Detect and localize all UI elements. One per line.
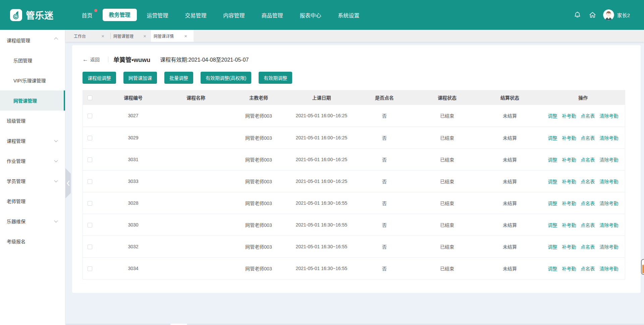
adjust-link[interactable]: 调整 [548, 266, 557, 271]
nav-item-goods[interactable]: 商品管理 [253, 11, 291, 19]
sidebar-item-instrument[interactable]: 乐器维保 [0, 211, 65, 231]
validity-adjust-high-button[interactable]: 有效期调整(高权限) [201, 72, 251, 84]
roll-call-sheet-link[interactable]: 点名表 [581, 244, 595, 250]
row-checkbox[interactable] [88, 245, 92, 249]
sidebar-item-course-group[interactable]: 课程组管理 [0, 30, 65, 50]
roll-call-sheet-link[interactable]: 点名表 [581, 113, 595, 119]
tab-online-course-management[interactable]: 网管课管理 × [111, 30, 151, 42]
roll-call-sheet-link[interactable]: 点名表 [581, 222, 595, 228]
sidebar-item-orchestra[interactable]: 乐团管理 [0, 50, 65, 70]
clear-attendance-link[interactable]: 清除考勤 [599, 135, 618, 141]
clear-attendance-link[interactable]: 清除考勤 [599, 179, 618, 184]
sidebar-item-online-course[interactable]: 网管课管理 [0, 90, 65, 111]
nav-item-report[interactable]: 报表中心 [291, 11, 330, 19]
home-icon[interactable] [589, 11, 596, 19]
close-icon[interactable]: × [184, 34, 187, 39]
table-row: 3033 网管老师003 2021-05-01 16:00~16:25 否 已结… [83, 170, 625, 192]
row-checkbox[interactable] [88, 223, 92, 227]
tab-bar: 工作台 × 网管课管理 × 网管课详情 × [65, 30, 644, 42]
adjust-link[interactable]: 调整 [548, 201, 557, 206]
sidebar-item-vip-course[interactable]: VIP/乐理课管理 [0, 70, 65, 90]
clear-attendance-link[interactable]: 清除考勤 [599, 113, 618, 119]
row-checkbox[interactable] [88, 114, 92, 118]
close-icon[interactable]: × [101, 34, 104, 39]
avatar[interactable] [603, 9, 614, 20]
cell-actions: 调整补考勤点名表清除考勤 [541, 148, 625, 170]
brand-logo-icon[interactable] [10, 9, 22, 21]
roll-call-sheet-link[interactable]: 点名表 [581, 266, 595, 271]
scroll-indicator[interactable] [641, 259, 644, 275]
row-checkbox[interactable] [88, 136, 92, 140]
adjust-link[interactable]: 调整 [548, 157, 557, 162]
roll-call-sheet-link[interactable]: 点名表 [581, 201, 595, 206]
row-checkbox[interactable] [88, 179, 92, 184]
tab-online-course-detail[interactable]: 网管课详情 × [151, 30, 194, 42]
adjust-link[interactable]: 调整 [548, 222, 557, 228]
primary-nav: 首页 教务管理 运营管理 交易管理 内容管理 商品管理 报表中心 系统设置 [73, 9, 368, 21]
nav-item-trade[interactable]: 交易管理 [177, 11, 215, 19]
add-online-course-button[interactable]: 网管课加课 [123, 72, 157, 84]
makeup-attendance-link[interactable]: 补考勤 [562, 201, 576, 206]
makeup-attendance-link[interactable]: 补考勤 [562, 222, 576, 228]
tab-workbench[interactable]: 工作台 × [65, 30, 110, 42]
cell-actions: 调整补考勤点名表清除考勤 [541, 257, 625, 279]
close-icon[interactable]: × [143, 34, 146, 39]
clear-attendance-link[interactable]: 清除考勤 [599, 157, 618, 162]
cell-teacher: 网管老师003 [227, 170, 290, 192]
chevron-down-icon [55, 159, 58, 162]
cell-roll-call: 否 [353, 105, 416, 127]
clear-attendance-link[interactable]: 清除考勤 [599, 222, 618, 228]
sidebar-item-homework[interactable]: 作业管理 [0, 151, 65, 171]
row-checkbox[interactable] [88, 201, 92, 206]
makeup-attendance-link[interactable]: 补考勤 [562, 113, 576, 119]
sidebar-item-exam[interactable]: 考级报名 [0, 231, 65, 251]
clear-attendance-link[interactable]: 清除考勤 [599, 266, 618, 271]
course-group-adjust-button[interactable]: 课程组调整 [83, 72, 116, 84]
cell-course-id: 3031 [102, 148, 165, 170]
sidebar-item-student[interactable]: 学员管理 [0, 171, 65, 191]
horizontal-scrollbar-thumb[interactable] [170, 324, 187, 325]
horizontal-scrollbar[interactable] [66, 324, 644, 325]
roll-call-sheet-link[interactable]: 点名表 [581, 157, 595, 162]
nav-item-academic[interactable]: 教务管理 [103, 9, 137, 21]
makeup-attendance-link[interactable]: 补考勤 [562, 266, 576, 271]
cell-status: 已结束 [416, 236, 479, 257]
cell-settlement: 未结算 [479, 214, 541, 236]
roll-call-sheet-link[interactable]: 点名表 [581, 179, 595, 184]
row-checkbox[interactable] [88, 266, 92, 271]
notification-dot [94, 9, 97, 12]
bell-icon[interactable] [574, 11, 581, 19]
batch-adjust-button[interactable]: 批量调整 [164, 72, 193, 84]
nav-item-home[interactable]: 首页 [73, 11, 101, 19]
clear-attendance-link[interactable]: 清除考勤 [599, 201, 618, 206]
nav-item-settings[interactable]: 系统设置 [330, 11, 368, 19]
cell-teacher: 网管老师003 [227, 236, 290, 257]
cell-course-name [165, 105, 227, 127]
makeup-attendance-link[interactable]: 补考勤 [562, 179, 576, 184]
sidebar-item-teacher[interactable]: 老师管理 [0, 191, 65, 211]
nav-item-operation[interactable]: 运营管理 [139, 11, 177, 19]
adjust-link[interactable]: 调整 [548, 113, 557, 119]
column-header: 主教老师 [227, 90, 290, 105]
makeup-attendance-link[interactable]: 补考勤 [562, 244, 576, 250]
column-header: 课程状态 [416, 90, 479, 105]
select-all-checkbox[interactable] [88, 95, 92, 100]
cell-date: 2021-05-01 16:00~16:25 [290, 127, 353, 148]
makeup-attendance-link[interactable]: 补考勤 [562, 135, 576, 141]
makeup-attendance-link[interactable]: 补考勤 [562, 157, 576, 162]
adjust-link[interactable]: 调整 [548, 179, 557, 184]
back-button[interactable]: ← 返回 [83, 56, 100, 63]
adjust-link[interactable]: 调整 [548, 135, 557, 141]
nav-item-content[interactable]: 内容管理 [215, 11, 253, 19]
roll-call-sheet-link[interactable]: 点名表 [581, 135, 595, 141]
table-row: 3031 网管老师003 2021-05-01 16:00~16:25 否 已结… [83, 148, 625, 170]
sidebar-item-course[interactable]: 课程管理 [0, 131, 65, 151]
validity-adjust-button[interactable]: 有效期调整 [259, 72, 292, 84]
cell-date: 2021-05-01 16:30~16:55 [290, 192, 353, 214]
adjust-link[interactable]: 调整 [548, 244, 557, 250]
clear-attendance-link[interactable]: 清除考勤 [599, 244, 618, 250]
username[interactable]: 家长2 [617, 11, 630, 18]
sidebar-item-class[interactable]: 班级管理 [0, 111, 65, 131]
row-checkbox[interactable] [88, 157, 92, 162]
chevron-up-icon [55, 39, 58, 42]
